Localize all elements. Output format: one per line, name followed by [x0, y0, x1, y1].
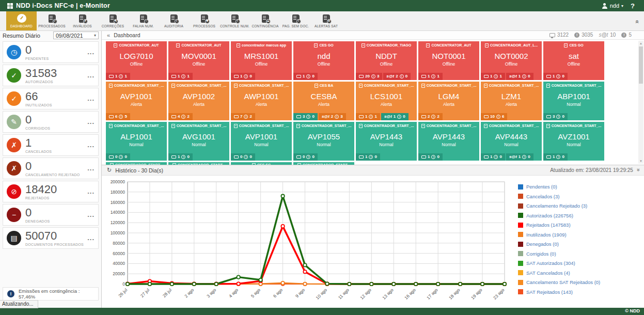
- legend-swatch: [518, 242, 523, 247]
- tile-avp4443[interactable]: CONCENTRADOR_START_... AVP4443 Normal 10…: [481, 122, 542, 161]
- tile-avp1002[interactable]: CONCENTRADOR_START_... AVP1002 Alerta 42: [168, 82, 229, 120]
- tab-alertas-sat[interactable]: ⊘ ALERTAS SAT: [311, 11, 341, 30]
- tile-group: CONCENTRADOR_START_...: [114, 84, 164, 87]
- tile-partial[interactable]: CONCENTRADOR_START...: [168, 162, 229, 165]
- card-menu-button[interactable]: ...: [87, 94, 95, 102]
- concentrator-icon: [546, 124, 550, 128]
- tab-dashboard[interactable]: DASHBOARD: [6, 11, 37, 30]
- tab-corre-es[interactable]: ✎ CORREÇÕES: [98, 11, 128, 30]
- tile-sat[interactable]: CES GO sat Offline 10: [543, 41, 604, 80]
- tab-pag-sem-doc[interactable]: ! PAG. SEM DOC.: [280, 11, 311, 30]
- tile-badges: 11: [418, 73, 443, 80]
- card-menu-button[interactable]: ...: [87, 164, 95, 172]
- svg-text:18 ago: 18 ago: [448, 287, 461, 301]
- check-icon: ✓: [7, 91, 21, 106]
- tile-mrs1001[interactable]: concentrador marcus app MRS1001 Offline …: [231, 41, 292, 80]
- tile-group: CONCENTRATOR_AUT: [431, 43, 471, 47]
- tile-log7010[interactable]: CONCENTRATOR_AUT LOG7010 Offline 11: [106, 41, 167, 80]
- tab-processados[interactable]: ✓ PROCESSADOS: [37, 11, 67, 30]
- tiles-scrollbar[interactable]: ▲ ▼: [638, 41, 643, 164]
- legend-item-sat-cancelados-4[interactable]: SAT Cancelados (4): [518, 270, 640, 276]
- card-menu-button[interactable]: ...: [87, 211, 95, 218]
- tile-avp1443[interactable]: CONCENTRADOR_START_... AVP1443 Normal 10: [418, 122, 479, 161]
- tile-partial[interactable]: CES SC: [231, 162, 292, 165]
- tile-partial[interactable]: CONCENTRADOR_START...: [106, 162, 167, 165]
- legend-item-corrigidos-0[interactable]: Corrigidos (0): [518, 251, 640, 257]
- tile-cesba[interactable]: CES BA CESBA Alerta 30s@t23: [293, 82, 354, 120]
- tile-name: LGM4: [418, 92, 479, 101]
- card-menu-button[interactable]: ...: [87, 71, 95, 79]
- tile-mov0001[interactable]: CONCENTRATOR_AUT MOV0001 Offline 11: [168, 41, 229, 80]
- scrollbar-thumb[interactable]: [639, 46, 643, 84]
- legend-item-cancelamento-rejeitado-3[interactable]: Cancelamento Rejeitado (3): [518, 203, 640, 209]
- legend-item-cancelamento-sat-rejeitados-0[interactable]: Cancelamento SAT Rejeitados (0): [518, 279, 640, 285]
- legend-item-autorizados-226756[interactable]: Autorizados (226756): [518, 213, 640, 218]
- refresh-icon[interactable]: ↻: [107, 167, 112, 174]
- tile-lzm1[interactable]: CONCENTRADOR_START_... LZM1 Alerta 106: [481, 82, 542, 120]
- monitor-badge: 65: [106, 113, 130, 120]
- tile-avg1001[interactable]: CONCENTRADOR_START_... AVG1001 Normal 10: [168, 122, 229, 161]
- scroll-down-icon[interactable]: ▼: [638, 159, 643, 164]
- card-menu-button[interactable]: ...: [87, 234, 95, 242]
- tile-name: AVP1001: [106, 92, 167, 101]
- alert-icon: [556, 115, 560, 119]
- tab-controle-num[interactable]: ! CONTROLE NUM.: [219, 11, 250, 30]
- collapse-sidebar-icon[interactable]: «: [107, 32, 110, 38]
- history-panel: ↻ Histórico - 30 Dia(s) Atualizado em: 2…: [102, 165, 644, 308]
- doc-info-icon: i: [170, 14, 178, 23]
- summary-card-cancelados: ✗ 1 CANCELADOS ...: [3, 134, 99, 156]
- card-menu-button[interactable]: ...: [87, 141, 95, 149]
- user-menu[interactable]: ndd ▾: [602, 3, 623, 9]
- legend-item-cancelados-3[interactable]: Cancelados (3): [518, 194, 640, 199]
- concentrator-icon: [485, 43, 489, 48]
- tile-avz1001[interactable]: CONCENTRADOR_START_... AVZ1001 Normal 10: [543, 122, 604, 161]
- tile-group: CONCENTRADOR_START_...: [364, 124, 414, 128]
- legend-item-sat-rejeitados-143[interactable]: SAT Rejeitados (143): [518, 289, 640, 295]
- legend-item-pendentes-0[interactable]: Pendentes (0): [518, 184, 640, 190]
- tile-avp1001[interactable]: CONCENTRADOR_START_... AVP1001 Alerta 65: [106, 82, 167, 120]
- card-value: 66: [25, 91, 52, 102]
- tile-avp1001[interactable]: CONCENTRADOR_START_... AVP1001 Normal 00: [231, 122, 292, 161]
- legend-label: Cancelamento Rejeitado (3): [526, 203, 587, 209]
- tile-not0001[interactable]: CONCENTRATOR_AUT NOT0001 Offline 11: [418, 41, 479, 80]
- copyright: © NDD: [625, 308, 640, 313]
- legend-item-denegados-0[interactable]: Denegados (0): [518, 241, 640, 247]
- alert-icon: [306, 155, 310, 159]
- tile-group: CONCENTRADOR_START_...: [427, 84, 477, 87]
- card-menu-button[interactable]: ...: [87, 48, 95, 56]
- card-menu-button[interactable]: ...: [87, 118, 95, 125]
- toolbar-collapse-icon[interactable]: «: [634, 20, 641, 23]
- tab-inv-lidos[interactable]: ✗ INVÁLIDOS: [67, 11, 98, 30]
- tile-avp1055[interactable]: CONCENTRADOR_START_... AVP1055 Normal 00: [293, 122, 354, 161]
- monitor-icon: [546, 155, 551, 159]
- tab-auditoria[interactable]: i AUDITORIA: [159, 11, 189, 30]
- help-button[interactable]: ?: [631, 2, 635, 10]
- global-counters: 31223035s@t105: [549, 32, 639, 38]
- tile-avp1443[interactable]: CONCENTRADOR_START_... AVP1443 Normal 10: [356, 122, 417, 161]
- tile-abp1001[interactable]: CONCENTRADOR_START_... ABP1001 Normal 30: [543, 82, 604, 120]
- tile-nddt[interactable]: CONCENTRADOR_TIAGO NDDT Offline 203s@t20: [356, 41, 417, 80]
- legend-item-rejeitados-147583[interactable]: Rejeitados (147583): [518, 222, 640, 228]
- tile-not0002[interactable]: CONCENTRADOR_AUT_L... NOT0002 Offline 11…: [481, 41, 542, 80]
- tab-processos[interactable]: ✱ PROCESSOS: [189, 11, 219, 30]
- svg-text:120000: 120000: [111, 220, 125, 225]
- legend-item-inutilizados-1909[interactable]: Inutilizados (1909): [518, 232, 640, 238]
- monitor-badge: 30: [293, 113, 318, 120]
- monitor-badge: 22: [418, 113, 443, 120]
- tile-name: LZM1: [481, 92, 542, 101]
- tile-awp1001[interactable]: CONCENTRADOR_START_... AWP1001 Alerta 72: [231, 82, 292, 120]
- tile-partial[interactable]: CONCENTRADOR_START...: [293, 162, 354, 165]
- card-menu-button[interactable]: ...: [87, 187, 95, 195]
- tab-falha-num[interactable]: − FALHA NUM.: [128, 11, 159, 30]
- tile-lgm4[interactable]: CONCENTRADOR_START_... LGM4 Alerta 22: [418, 82, 479, 120]
- tile-alp1001[interactable]: CONCENTRADOR_START_... ALP1001 Normal 00: [106, 122, 167, 161]
- panel-collapse-icon[interactable]: «: [635, 169, 641, 171]
- tab-conting-ncia[interactable]: ☁ CONTINGÊNCIA: [250, 11, 280, 30]
- date-picker[interactable]: 09/08/2021 ▾: [53, 32, 99, 39]
- tile-lcs1001[interactable]: CONCENTRADOR_START_... LCS1001 Alerta 11…: [356, 82, 417, 120]
- alert-icon: [621, 33, 626, 38]
- scroll-up-icon[interactable]: ▲: [638, 41, 643, 46]
- tile-ndd[interactable]: CES GO ndd Offline 10: [293, 41, 354, 80]
- legend-item-sat-autorizados-304[interactable]: SAT Autorizados (304): [518, 260, 640, 266]
- app-grid-icon[interactable]: [7, 3, 13, 9]
